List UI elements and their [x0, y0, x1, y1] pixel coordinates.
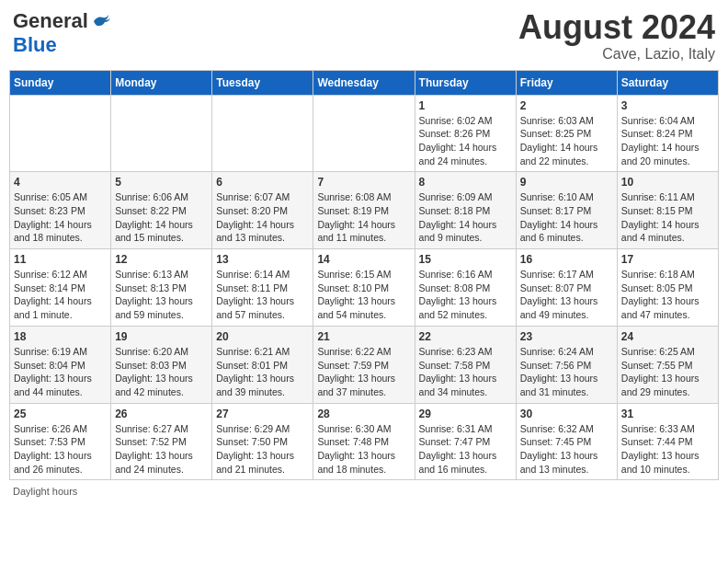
day-info: Sunrise: 6:09 AM Sunset: 8:18 PM Dayligh…	[419, 190, 512, 245]
day-info: Sunrise: 6:13 AM Sunset: 8:13 PM Dayligh…	[115, 268, 208, 322]
calendar-cell: 19Sunrise: 6:20 AM Sunset: 8:03 PM Dayli…	[111, 326, 212, 403]
calendar-cell: 24Sunrise: 6:25 AM Sunset: 7:55 PM Dayli…	[617, 326, 718, 403]
day-info: Sunrise: 6:20 AM Sunset: 8:03 PM Dayligh…	[115, 345, 208, 399]
calendar-week-row: 4Sunrise: 6:05 AM Sunset: 8:23 PM Daylig…	[10, 172, 719, 249]
location: Cave, Lazio, Italy	[518, 46, 715, 63]
calendar-table: SundayMondayTuesdayWednesdayThursdayFrid…	[9, 70, 719, 481]
day-info: Sunrise: 6:21 AM Sunset: 8:01 PM Dayligh…	[216, 345, 309, 399]
day-number: 15	[419, 253, 512, 266]
day-number: 7	[317, 176, 410, 189]
day-info: Sunrise: 6:02 AM Sunset: 8:26 PM Dayligh…	[419, 114, 512, 168]
day-number: 4	[14, 176, 107, 189]
day-info: Sunrise: 6:26 AM Sunset: 7:53 PM Dayligh…	[14, 422, 107, 477]
title-block: August 2024 Cave, Lazio, Italy	[518, 9, 715, 63]
day-info: Sunrise: 6:33 AM Sunset: 7:44 PM Dayligh…	[621, 422, 714, 477]
day-of-week-header: Thursday	[415, 70, 516, 95]
day-info: Sunrise: 6:18 AM Sunset: 8:05 PM Dayligh…	[621, 268, 714, 322]
day-info: Sunrise: 6:30 AM Sunset: 7:48 PM Dayligh…	[317, 422, 410, 477]
calendar-cell: 6Sunrise: 6:07 AM Sunset: 8:20 PM Daylig…	[212, 172, 313, 249]
calendar-cell: 9Sunrise: 6:10 AM Sunset: 8:17 PM Daylig…	[516, 172, 617, 249]
day-number: 24	[621, 330, 714, 343]
day-info: Sunrise: 6:31 AM Sunset: 7:47 PM Dayligh…	[419, 422, 512, 477]
day-info: Sunrise: 6:04 AM Sunset: 8:24 PM Dayligh…	[621, 114, 714, 168]
calendar-cell: 21Sunrise: 6:22 AM Sunset: 7:59 PM Dayli…	[313, 326, 415, 403]
calendar-cell: 13Sunrise: 6:14 AM Sunset: 8:11 PM Dayli…	[212, 249, 313, 327]
day-number: 20	[216, 330, 309, 343]
day-number: 5	[115, 176, 208, 189]
month-title: August 2024	[518, 9, 715, 46]
calendar-week-row: 1Sunrise: 6:02 AM Sunset: 8:26 PM Daylig…	[10, 95, 719, 172]
day-number: 13	[216, 253, 309, 266]
calendar-cell: 20Sunrise: 6:21 AM Sunset: 8:01 PM Dayli…	[212, 326, 313, 403]
day-info: Sunrise: 6:11 AM Sunset: 8:15 PM Dayligh…	[621, 190, 714, 245]
day-info: Sunrise: 6:25 AM Sunset: 7:55 PM Dayligh…	[621, 345, 714, 399]
day-of-week-header: Monday	[111, 70, 212, 95]
calendar-cell	[212, 95, 313, 172]
day-number: 31	[621, 408, 714, 420]
day-number: 8	[419, 176, 512, 189]
logo-bird-icon	[90, 13, 110, 29]
calendar-cell: 7Sunrise: 6:08 AM Sunset: 8:19 PM Daylig…	[313, 172, 415, 249]
calendar-week-row: 11Sunrise: 6:12 AM Sunset: 8:14 PM Dayli…	[10, 249, 719, 327]
calendar-cell: 3Sunrise: 6:04 AM Sunset: 8:24 PM Daylig…	[617, 95, 718, 172]
day-of-week-header: Saturday	[617, 70, 718, 95]
day-info: Sunrise: 6:22 AM Sunset: 7:59 PM Dayligh…	[317, 345, 410, 399]
day-number: 19	[115, 330, 208, 343]
calendar-cell: 26Sunrise: 6:27 AM Sunset: 7:52 PM Dayli…	[111, 403, 212, 480]
day-number: 17	[621, 253, 714, 266]
calendar-cell: 30Sunrise: 6:32 AM Sunset: 7:45 PM Dayli…	[516, 403, 617, 480]
day-number: 22	[419, 330, 512, 343]
day-number: 28	[317, 408, 410, 420]
calendar-cell: 8Sunrise: 6:09 AM Sunset: 8:18 PM Daylig…	[415, 172, 516, 249]
day-number: 14	[317, 253, 410, 266]
day-info: Sunrise: 6:29 AM Sunset: 7:50 PM Dayligh…	[216, 422, 309, 477]
day-number: 11	[14, 253, 107, 266]
day-number: 29	[419, 408, 512, 420]
logo: General Blue	[13, 9, 110, 57]
footer: Daylight hours	[9, 486, 719, 497]
day-info: Sunrise: 6:14 AM Sunset: 8:11 PM Dayligh…	[216, 268, 309, 322]
calendar-cell: 10Sunrise: 6:11 AM Sunset: 8:15 PM Dayli…	[617, 172, 718, 249]
calendar-cell: 1Sunrise: 6:02 AM Sunset: 8:26 PM Daylig…	[415, 95, 516, 172]
day-number: 16	[520, 253, 613, 266]
page-header: General Blue August 2024 Cave, Lazio, It…	[9, 9, 719, 63]
day-info: Sunrise: 6:15 AM Sunset: 8:10 PM Dayligh…	[317, 268, 410, 322]
logo-blue: Blue	[13, 33, 57, 57]
calendar-cell: 27Sunrise: 6:29 AM Sunset: 7:50 PM Dayli…	[212, 403, 313, 480]
day-info: Sunrise: 6:06 AM Sunset: 8:22 PM Dayligh…	[115, 190, 208, 245]
day-info: Sunrise: 6:08 AM Sunset: 8:19 PM Dayligh…	[317, 190, 410, 245]
day-info: Sunrise: 6:10 AM Sunset: 8:17 PM Dayligh…	[520, 190, 613, 245]
calendar-cell	[313, 95, 415, 172]
calendar-cell: 5Sunrise: 6:06 AM Sunset: 8:22 PM Daylig…	[111, 172, 212, 249]
calendar-cell: 18Sunrise: 6:19 AM Sunset: 8:04 PM Dayli…	[10, 326, 111, 403]
calendar-cell: 22Sunrise: 6:23 AM Sunset: 7:58 PM Dayli…	[415, 326, 516, 403]
day-info: Sunrise: 6:17 AM Sunset: 8:07 PM Dayligh…	[520, 268, 613, 322]
calendar-week-row: 25Sunrise: 6:26 AM Sunset: 7:53 PM Dayli…	[10, 403, 719, 480]
calendar-week-row: 18Sunrise: 6:19 AM Sunset: 8:04 PM Dayli…	[10, 326, 719, 403]
day-number: 6	[216, 176, 309, 189]
day-info: Sunrise: 6:05 AM Sunset: 8:23 PM Dayligh…	[14, 190, 107, 245]
day-info: Sunrise: 6:12 AM Sunset: 8:14 PM Dayligh…	[14, 268, 107, 322]
day-info: Sunrise: 6:32 AM Sunset: 7:45 PM Dayligh…	[520, 422, 613, 477]
calendar-cell: 29Sunrise: 6:31 AM Sunset: 7:47 PM Dayli…	[415, 403, 516, 480]
calendar-cell: 28Sunrise: 6:30 AM Sunset: 7:48 PM Dayli…	[313, 403, 415, 480]
day-info: Sunrise: 6:24 AM Sunset: 7:56 PM Dayligh…	[520, 345, 613, 399]
calendar-cell: 4Sunrise: 6:05 AM Sunset: 8:23 PM Daylig…	[10, 172, 111, 249]
day-of-week-header: Friday	[516, 70, 617, 95]
day-number: 27	[216, 408, 309, 420]
day-info: Sunrise: 6:27 AM Sunset: 7:52 PM Dayligh…	[115, 422, 208, 477]
day-info: Sunrise: 6:19 AM Sunset: 8:04 PM Dayligh…	[14, 345, 107, 399]
calendar-cell: 2Sunrise: 6:03 AM Sunset: 8:25 PM Daylig…	[516, 95, 617, 172]
logo-general: General	[13, 9, 88, 33]
day-number: 21	[317, 330, 410, 343]
calendar-cell: 11Sunrise: 6:12 AM Sunset: 8:14 PM Dayli…	[10, 249, 111, 327]
calendar-cell	[10, 95, 111, 172]
calendar-cell: 16Sunrise: 6:17 AM Sunset: 8:07 PM Dayli…	[516, 249, 617, 327]
day-number: 30	[520, 408, 613, 420]
calendar-cell: 23Sunrise: 6:24 AM Sunset: 7:56 PM Dayli…	[516, 326, 617, 403]
day-number: 12	[115, 253, 208, 266]
day-of-week-header: Tuesday	[212, 70, 313, 95]
day-of-week-header: Sunday	[10, 70, 111, 95]
day-info: Sunrise: 6:23 AM Sunset: 7:58 PM Dayligh…	[419, 345, 512, 399]
day-number: 25	[14, 408, 107, 420]
